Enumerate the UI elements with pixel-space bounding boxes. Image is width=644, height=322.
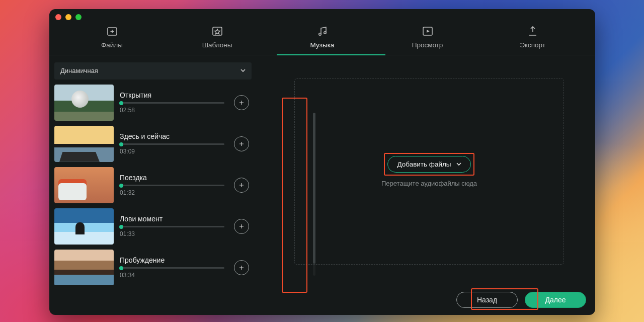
track-row[interactable]: Лови момент 01:33 — [54, 208, 254, 245]
chevron-down-icon — [240, 67, 246, 74]
track-progress[interactable] — [120, 185, 224, 186]
tab-label: Шаблоны — [202, 41, 232, 49]
track-progress[interactable] — [120, 267, 224, 269]
track-title: Открытия — [120, 91, 228, 99]
track-title: Пробуждение — [120, 256, 228, 264]
tab-label: Музыка — [310, 41, 335, 49]
track-duration: 03:09 — [120, 148, 228, 155]
next-label: Далее — [545, 296, 566, 304]
music-note-icon — [316, 25, 329, 37]
dropzone-hint: Перетащите аудиофайлы сюда — [381, 180, 477, 187]
wizard-footer: Назад Далее — [49, 285, 595, 315]
track-duration: 01:33 — [120, 230, 228, 237]
tab-label: Экспорт — [520, 41, 545, 49]
add-track-button[interactable] — [234, 260, 249, 275]
track-progress[interactable] — [120, 102, 224, 104]
track-duration: 01:32 — [120, 189, 228, 196]
track-list: Открытия 02:58 Здесь и сейчас 03:09 — [54, 85, 254, 285]
add-track-button[interactable] — [234, 95, 249, 110]
tab-label: Файлы — [101, 41, 123, 49]
selected-music-panel: Добавить файлы Перетащите аудиофайлы сюд… — [258, 55, 595, 285]
track-thumbnail — [54, 208, 114, 245]
step-tabs: Файлы Шаблоны Музыка Просмотр Экспорт — [49, 9, 595, 55]
music-library-panel: Динамичная Открытия 02:58 Здесь и — [49, 55, 258, 285]
track-thumbnail — [54, 250, 114, 285]
app-window: Файлы Шаблоны Музыка Просмотр Экспорт Ди… — [49, 9, 595, 315]
category-dropdown[interactable]: Динамичная — [54, 62, 252, 79]
svg-point-3 — [324, 32, 326, 34]
audio-dropzone[interactable]: Добавить файлы Перетащите аудиофайлы сюд… — [294, 78, 564, 265]
folder-plus-icon — [106, 25, 118, 37]
track-title: Поездка — [120, 174, 228, 182]
tab-files[interactable]: Файлы — [59, 25, 165, 55]
export-icon — [527, 25, 539, 37]
track-progress[interactable] — [120, 143, 224, 145]
next-button[interactable]: Далее — [525, 292, 586, 308]
play-preview-icon — [422, 25, 434, 37]
track-thumbnail — [54, 85, 114, 121]
tab-music[interactable]: Музыка — [270, 25, 375, 55]
track-thumbnail — [54, 167, 114, 203]
track-row[interactable]: Открытия 02:58 — [54, 85, 254, 121]
track-row[interactable]: Поездка 01:32 — [54, 167, 254, 203]
track-progress[interactable] — [120, 226, 224, 227]
chevron-down-icon — [456, 160, 461, 168]
tab-preview[interactable]: Просмотр — [375, 25, 480, 55]
dropdown-selected: Динамичная — [60, 67, 98, 74]
track-thumbnail — [54, 126, 114, 162]
add-files-button[interactable]: Добавить файлы — [387, 156, 470, 173]
back-label: Назад — [477, 296, 497, 304]
track-title: Лови момент — [120, 215, 228, 223]
add-files-label: Добавить файлы — [397, 160, 451, 168]
track-title: Здесь и сейчас — [120, 132, 228, 140]
add-track-button[interactable] — [234, 219, 249, 234]
add-track-button[interactable] — [234, 136, 249, 151]
track-row[interactable]: Здесь и сейчас 03:09 — [54, 126, 254, 162]
tab-label: Просмотр — [412, 41, 443, 49]
svg-point-2 — [318, 33, 320, 35]
track-row[interactable]: Пробуждение 03:34 — [54, 250, 254, 285]
template-star-icon — [211, 25, 223, 37]
add-track-button[interactable] — [234, 178, 249, 193]
track-duration: 03:34 — [120, 272, 228, 279]
tab-export[interactable]: Экспорт — [480, 25, 585, 55]
track-duration: 02:58 — [120, 107, 228, 114]
tab-templates[interactable]: Шаблоны — [165, 25, 270, 55]
back-button[interactable]: Назад — [456, 292, 518, 308]
